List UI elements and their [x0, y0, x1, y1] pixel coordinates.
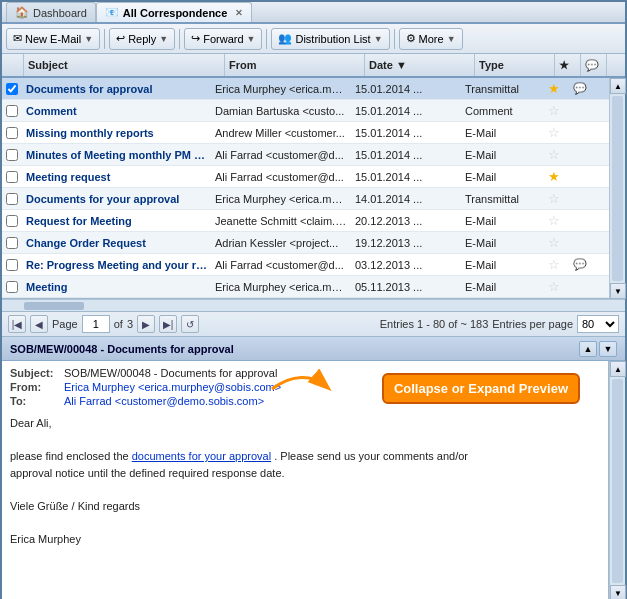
table-row[interactable]: Request for Meeting Jeanette Schmitt <cl… [2, 210, 609, 232]
row-checkbox-3[interactable] [2, 127, 22, 139]
body-highlight: documents for your approval [132, 450, 271, 462]
row-star-6[interactable]: ☆ [541, 191, 567, 206]
row-star-8[interactable]: ☆ [541, 235, 567, 250]
row-checkbox-4[interactable] [2, 149, 22, 161]
preview-ctrl-btn-2[interactable]: ▼ [599, 341, 617, 357]
row-star-10[interactable]: ☆ [541, 279, 567, 294]
email-list: Documents for approval Erica Murphey <er… [2, 78, 609, 299]
row-checkbox-2[interactable] [2, 105, 22, 117]
row-star-2[interactable]: ☆ [541, 103, 567, 118]
table-row[interactable]: Meeting request Ali Farrad <customer@d..… [2, 166, 609, 188]
from-label: From: [10, 381, 60, 393]
row-checkbox-5[interactable] [2, 171, 22, 183]
new-email-button[interactable]: ✉ New E-Mail ▼ [6, 28, 100, 50]
row-checkbox-8[interactable] [2, 237, 22, 249]
table-row[interactable]: Meeting Erica Murphey <erica.mur... 05.1… [2, 276, 609, 298]
row-star-7[interactable]: ☆ [541, 213, 567, 228]
scroll-thumb[interactable] [612, 96, 623, 281]
collapse-expand-callout[interactable]: Collapse or Expand Preview [382, 373, 580, 404]
col-header-checkbox[interactable] [4, 54, 24, 76]
preview-section: SOB/MEW/00048 - Documents for approval ▲… [2, 337, 625, 599]
table-row[interactable]: Change Order Request Adrian Kessler <pro… [2, 232, 609, 254]
distribution-dropdown-icon[interactable]: ▼ [374, 34, 383, 44]
reply-icon: ↩ [116, 32, 125, 45]
row-comment-9: 💬 [567, 258, 593, 271]
preview-body: Dear Ali, please find enclosed the docum… [10, 415, 600, 547]
col-header-scroll [607, 54, 623, 76]
scroll-up-btn[interactable]: ▲ [610, 78, 626, 94]
row-checkbox-9[interactable] [2, 259, 22, 271]
tab-correspondence-label: All Correspondence [123, 7, 228, 19]
forward-icon: ↪ [191, 32, 200, 45]
table-row[interactable]: Re: Progress Meeting and your request...… [2, 254, 609, 276]
row-subject-2: Comment [22, 105, 211, 117]
table-row[interactable]: Missing monthly reports Andrew Miller <c… [2, 122, 609, 144]
reply-button[interactable]: ↩ Reply ▼ [109, 28, 175, 50]
next-page-btn[interactable]: ▶ [137, 315, 155, 333]
table-row[interactable]: Minutes of Meeting monthly PM meeting Al… [2, 144, 609, 166]
tab-all-correspondence[interactable]: 📧 All Correspondence ✕ [96, 2, 253, 22]
preview-ctrl-btn-1[interactable]: ▲ [579, 341, 597, 357]
row-from-1: Erica Murphey <erica.mur... [211, 83, 351, 95]
table-row[interactable]: Documents for your approval Erica Murphe… [2, 188, 609, 210]
row-star-5[interactable]: ★ [541, 169, 567, 184]
table-row[interactable]: Documents for approval Erica Murphey <er… [2, 78, 609, 100]
more-label: More [419, 33, 444, 45]
row-checkbox-7[interactable] [2, 215, 22, 227]
last-page-btn[interactable]: ▶| [159, 315, 177, 333]
tab-bar: 🏠 Dashboard 📧 All Correspondence ✕ [2, 2, 625, 24]
refresh-btn[interactable]: ↺ [181, 315, 199, 333]
row-star-3[interactable]: ☆ [541, 125, 567, 140]
col-header-from[interactable]: From [225, 54, 365, 76]
row-star-9[interactable]: ☆ [541, 257, 567, 272]
distribution-list-button[interactable]: 👥 Distribution List ▼ [271, 28, 389, 50]
preview-body-container: Subject: SOB/MEW/00048 - Documents for a… [2, 361, 625, 599]
col-header-comment[interactable]: 💬 [581, 54, 607, 76]
tab-close-icon[interactable]: ✕ [235, 8, 243, 18]
row-star-1[interactable]: ★ [541, 81, 567, 96]
entries-per-page-select[interactable]: 80 50 100 [577, 315, 619, 333]
row-checkbox-6[interactable] [2, 193, 22, 205]
to-link[interactable]: Ali Farrad <customer@demo.sobis.com> [64, 395, 264, 407]
table-row[interactable]: Comment Damian Bartuska <custo... 15.01.… [2, 100, 609, 122]
col-header-star[interactable]: ★ [555, 54, 581, 76]
row-subject-4: Minutes of Meeting monthly PM meeting [22, 149, 211, 161]
row-star-4[interactable]: ☆ [541, 147, 567, 162]
subject-value: SOB/MEW/00048 - Documents for approval [64, 367, 277, 379]
star-col-label: ★ [559, 59, 569, 72]
row-type-1: Transmittal [461, 83, 541, 95]
preview-scroll-thumb[interactable] [612, 379, 623, 583]
col-header-date[interactable]: Date ▼ [365, 54, 475, 76]
row-subject-6: Documents for your approval [22, 193, 211, 205]
row-checkbox-10[interactable] [2, 281, 22, 293]
reply-dropdown-icon[interactable]: ▼ [159, 34, 168, 44]
table-scrollbar[interactable]: ▲ ▼ [609, 78, 625, 299]
to-label: To: [10, 395, 60, 407]
preview-scrollbar[interactable]: ▲ ▼ [609, 361, 625, 599]
preview-scroll-down[interactable]: ▼ [610, 585, 626, 599]
closing: Viele Grüße / Kind regards [10, 498, 600, 515]
row-type-2: Comment [461, 105, 541, 117]
row-from-10: Erica Murphey <erica.mur... [211, 281, 351, 293]
scroll-down-btn[interactable]: ▼ [610, 283, 626, 299]
forward-button[interactable]: ↪ Forward ▼ [184, 28, 262, 50]
row-checkbox-1[interactable] [2, 83, 22, 95]
dashboard-icon: 🏠 [15, 6, 29, 19]
forward-dropdown-icon[interactable]: ▼ [247, 34, 256, 44]
horizontal-scrollbar[interactable] [2, 299, 625, 311]
from-col-label: From [229, 59, 257, 71]
col-header-type[interactable]: Type [475, 54, 555, 76]
prev-page-btn[interactable]: ◀ [30, 315, 48, 333]
preview-scroll-up[interactable]: ▲ [610, 361, 626, 377]
tab-dashboard[interactable]: 🏠 Dashboard [6, 2, 96, 22]
page-input[interactable]: 1 [82, 315, 110, 333]
col-header-subject[interactable]: Subject [24, 54, 225, 76]
distribution-icon: 👥 [278, 32, 292, 45]
first-page-btn[interactable]: |◀ [8, 315, 26, 333]
new-email-dropdown-icon[interactable]: ▼ [84, 34, 93, 44]
from-link[interactable]: Erica Murphey <erica.murphey@sobis.com> [64, 381, 281, 393]
more-button[interactable]: ⚙ More ▼ [399, 28, 463, 50]
new-email-label: New E-Mail [25, 33, 81, 45]
more-dropdown-icon[interactable]: ▼ [447, 34, 456, 44]
horiz-thumb[interactable] [24, 302, 84, 310]
